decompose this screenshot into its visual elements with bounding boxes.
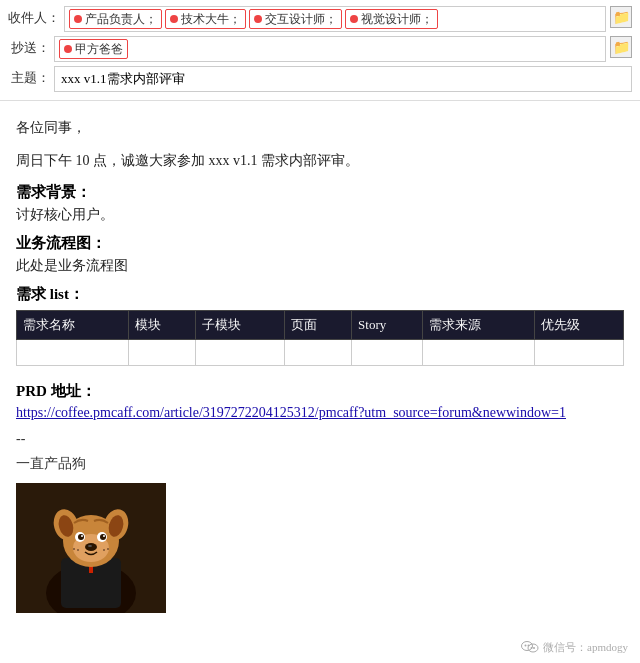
prd-link[interactable]: https://coffee.pmcaff.com/article/319727…: [16, 405, 566, 420]
folder-icon: 📁: [613, 9, 630, 26]
wechat-watermark: 微信号：apmdogy: [521, 640, 628, 655]
wechat-icon: [521, 640, 539, 655]
req-list-heading: 需求 list：: [16, 285, 624, 304]
svg-point-27: [531, 647, 533, 649]
svg-point-15: [81, 535, 83, 537]
to-field-row: 收件人： 产品负责人； 技术大牛； 交互设计师； 视觉设计师；: [8, 6, 632, 32]
recipient-tag-1[interactable]: 产品负责人；: [69, 9, 162, 29]
subject-label: 主题：: [8, 66, 50, 87]
svg-point-17: [85, 543, 97, 551]
cc-field-icon[interactable]: 📁: [610, 36, 632, 58]
flow-text: 此处是业务流程图: [16, 257, 624, 275]
cc-label: 抄送：: [8, 36, 50, 57]
email-container: 收件人： 产品负责人； 技术大牛； 交互设计师； 视觉设计师；: [0, 0, 640, 663]
svg-point-28: [533, 647, 535, 649]
requirements-table: 需求名称 模块 子模块 页面 Story 需求来源 优先级: [16, 310, 624, 366]
recipient-tag-3[interactable]: 交互设计师；: [249, 9, 342, 29]
col-priority: 优先级: [534, 311, 623, 340]
svg-point-14: [100, 534, 106, 540]
email-body: 各位同事， 周日下午 10 点，诚邀大家参加 xxx v1.1 需求内部评审。 …: [0, 101, 640, 627]
tag-dot: [74, 15, 82, 23]
background-heading: 需求背景：: [16, 183, 624, 202]
cc-tag-1[interactable]: 甲方爸爸: [59, 39, 128, 59]
cell-page: [285, 340, 352, 366]
tag-dot: [170, 15, 178, 23]
dog-image: [16, 483, 166, 613]
svg-point-25: [525, 645, 527, 647]
svg-point-16: [103, 535, 105, 537]
col-req-name: 需求名称: [17, 311, 129, 340]
col-page: 页面: [285, 311, 352, 340]
recipient-tag-4[interactable]: 视觉设计师；: [345, 9, 438, 29]
cc-recipients[interactable]: 甲方爸爸: [54, 36, 606, 62]
to-recipients[interactable]: 产品负责人； 技术大牛； 交互设计师； 视觉设计师；: [64, 6, 606, 32]
to-field-icon[interactable]: 📁: [610, 6, 632, 28]
recipient-name-3: 交互设计师；: [265, 11, 337, 28]
to-label: 收件人：: [8, 6, 60, 27]
footer-separator: --: [16, 431, 624, 447]
table-header-row: 需求名称 模块 子模块 页面 Story 需求来源 优先级: [17, 311, 624, 340]
table-body: [17, 340, 624, 366]
tag-dot: [350, 15, 358, 23]
flow-heading: 业务流程图：: [16, 234, 624, 253]
cc-field-row: 抄送： 甲方爸爸 📁: [8, 36, 632, 62]
svg-point-18: [88, 545, 92, 547]
svg-point-13: [78, 534, 84, 540]
background-text: 讨好核心用户。: [16, 206, 624, 224]
svg-point-23: [522, 642, 533, 651]
recipient-name-1: 产品负责人；: [85, 11, 157, 28]
cell-source: [422, 340, 534, 366]
col-submodule: 子模块: [195, 311, 284, 340]
prd-heading: PRD 地址：: [16, 382, 624, 401]
table-header: 需求名称 模块 子模块 页面 Story 需求来源 优先级: [17, 311, 624, 340]
table-row: [17, 340, 624, 366]
col-module: 模块: [128, 311, 195, 340]
svg-point-19: [77, 549, 79, 551]
subject-field-row: 主题： xxx v1.1需求内部评审: [8, 66, 632, 92]
svg-point-22: [107, 548, 109, 550]
greeting: 各位同事，: [16, 115, 624, 140]
cell-story: [352, 340, 423, 366]
cell-req-name: [17, 340, 129, 366]
signature: 一直产品狗: [16, 455, 624, 473]
watermark-text: 微信号：apmdogy: [543, 640, 628, 655]
recipient-name-4: 视觉设计师；: [361, 11, 433, 28]
dog-illustration: [16, 483, 166, 613]
tag-dot: [64, 45, 72, 53]
intro-text: 周日下午 10 点，诚邀大家参加 xxx v1.1 需求内部评审。: [16, 148, 624, 173]
svg-point-21: [103, 549, 105, 551]
cell-module: [128, 340, 195, 366]
cell-submodule: [195, 340, 284, 366]
cell-priority: [534, 340, 623, 366]
email-header: 收件人： 产品负责人； 技术大牛； 交互设计师； 视觉设计师；: [0, 0, 640, 101]
svg-point-26: [528, 645, 530, 647]
tag-dot: [254, 15, 262, 23]
recipient-name-2: 技术大牛；: [181, 11, 241, 28]
recipient-tag-2[interactable]: 技术大牛；: [165, 9, 246, 29]
folder-icon-cc: 📁: [613, 39, 630, 56]
col-source: 需求来源: [422, 311, 534, 340]
col-story: Story: [352, 311, 423, 340]
svg-point-20: [73, 548, 75, 550]
cc-name-1: 甲方爸爸: [75, 41, 123, 58]
subject-value[interactable]: xxx v1.1需求内部评审: [54, 66, 632, 92]
